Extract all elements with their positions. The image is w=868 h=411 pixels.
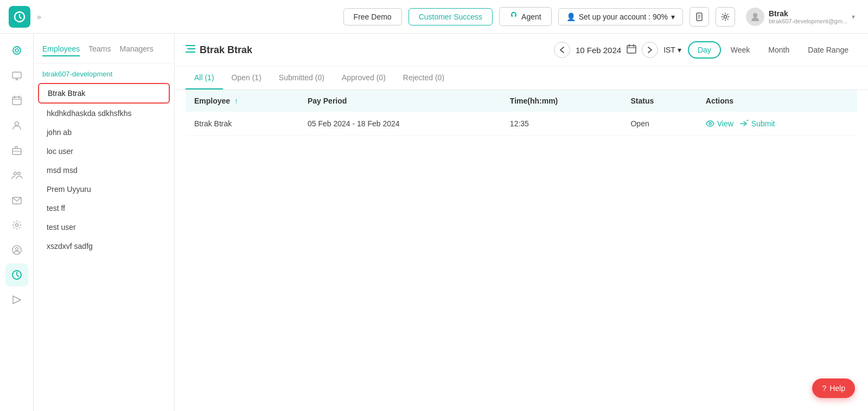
user-email: btrak607-development@gm...	[769, 18, 847, 24]
filter-tab-submitted[interactable]: Submitted (0)	[270, 67, 333, 89]
avatar	[746, 8, 764, 26]
svg-point-16	[15, 122, 18, 126]
icon-sidebar	[0, 34, 34, 411]
sidebar-icon-user-circle[interactable]	[5, 239, 28, 261]
filter-tab-all[interactable]: All (1)	[186, 67, 223, 89]
svg-line-26	[13, 296, 21, 300]
filter-tab-approved[interactable]: Approved (0)	[333, 67, 394, 89]
person-setup-icon: 👤	[566, 12, 576, 21]
user-profile[interactable]: Btrak btrak607-development@gm... ▾	[742, 5, 859, 28]
content-header: Btrak Btrak 10 Feb 2024 IST ▾	[175, 34, 868, 67]
sidebar-icon-clock[interactable]	[5, 264, 28, 286]
employee-item-prem[interactable]: Prem Uyyuru	[38, 180, 170, 198]
svg-point-22	[15, 224, 18, 227]
agent-icon	[509, 11, 518, 22]
current-date: 10 Feb 2024	[576, 46, 621, 55]
user-info: Btrak btrak607-development@gm...	[769, 9, 847, 24]
view-tab-week[interactable]: Week	[722, 42, 759, 57]
agent-label: Agent	[521, 12, 541, 21]
customer-success-button[interactable]: Customer Success	[409, 8, 493, 25]
sidebar-icon-monitor[interactable]	[5, 64, 28, 87]
view-tab-day[interactable]: Day	[688, 41, 721, 59]
tab-managers[interactable]: Managers	[120, 42, 154, 56]
svg-point-8	[15, 49, 18, 52]
submit-action-label: Submit	[751, 119, 775, 128]
sort-icon[interactable]: ↑	[234, 97, 238, 105]
sidebar-icon-send[interactable]	[5, 288, 28, 311]
view-tabs: Day Week Month Date Range	[688, 41, 857, 59]
employee-item-testff[interactable]: test ff	[38, 199, 170, 217]
row-pay-period: 05 Feb 2024 - 18 Feb 2024	[299, 112, 501, 136]
svg-point-20	[17, 172, 20, 175]
employee-sidebar: Employees Teams Managers btrak607-develo…	[34, 34, 175, 411]
sidebar-icon-person[interactable]	[5, 114, 28, 137]
main-content: Btrak Btrak 10 Feb 2024 IST ▾	[175, 34, 868, 411]
menu-lines-icon	[186, 44, 195, 56]
submit-action-button[interactable]: Submit	[740, 119, 775, 128]
row-employee: Btrak Btrak	[186, 112, 299, 136]
svg-line-27	[13, 300, 21, 304]
timezone-selector[interactable]: IST ▾	[663, 46, 681, 54]
employee-item-xszd[interactable]: xszdxvf sadfg	[38, 237, 170, 255]
page-title: Btrak Btrak	[186, 44, 252, 56]
filter-tab-open[interactable]: Open (1)	[223, 67, 270, 89]
employee-item-john[interactable]: john ab	[38, 123, 170, 142]
employee-item-btrak[interactable]: Btrak Btrak	[38, 83, 170, 104]
logo[interactable]	[9, 6, 30, 28]
svg-rect-9	[12, 72, 21, 78]
table-row: Btrak Btrak 05 Feb 2024 - 18 Feb 2024 12…	[186, 112, 857, 136]
user-name: Btrak	[769, 9, 847, 18]
prev-date-button[interactable]	[554, 42, 570, 58]
timezone-text: IST	[663, 46, 675, 54]
svg-point-6	[753, 13, 757, 17]
top-nav: » Free Demo Customer Success Agent 👤 Set…	[0, 0, 868, 34]
svg-rect-32	[627, 46, 636, 53]
row-status: Open	[622, 112, 697, 136]
employee-item-testuser[interactable]: test user	[38, 218, 170, 236]
sidebar-icon-settings[interactable]	[5, 214, 28, 236]
tz-chevron-icon: ▾	[678, 46, 681, 54]
free-demo-button[interactable]: Free Demo	[343, 8, 402, 25]
sidebar-icon-briefcase[interactable]	[5, 139, 28, 162]
employee-item-hkdh[interactable]: hkdhkdhaskda sdkhsfkhs	[38, 104, 170, 123]
employee-item-loc[interactable]: loc user	[38, 142, 170, 160]
svg-point-7	[13, 47, 21, 54]
filter-tab-rejected[interactable]: Rejected (0)	[394, 67, 453, 89]
employee-item-msd[interactable]: msd msd	[38, 161, 170, 179]
next-date-button[interactable]	[642, 42, 658, 58]
tab-teams[interactable]: Teams	[88, 42, 111, 56]
user-chevron-icon: ▾	[852, 13, 855, 21]
calendar-picker-icon[interactable]	[627, 44, 636, 56]
employee-list: Btrak Btrak hkdhkdhaskda sdkhsfkhs john …	[34, 83, 174, 255]
col-status: Status	[622, 90, 697, 112]
table-container: Employee ↑ Pay Period Time(hh:mm) Status…	[175, 90, 868, 411]
sidebar-icon-home[interactable]	[5, 39, 28, 62]
col-actions: Actions	[697, 90, 857, 112]
setup-button[interactable]: 👤 Set up your account : 90% ▾	[558, 8, 683, 25]
col-employee-label: Employee	[194, 97, 230, 105]
timesheets-table: Employee ↑ Pay Period Time(hh:mm) Status…	[186, 90, 857, 136]
gear-icon-btn[interactable]	[716, 7, 735, 27]
tab-employees[interactable]: Employees	[42, 42, 80, 56]
view-tab-month[interactable]: Month	[760, 42, 798, 57]
document-icon-btn[interactable]	[690, 7, 709, 27]
help-button[interactable]: ? Help	[812, 378, 855, 398]
employee-tabs: Employees Teams Managers	[34, 42, 174, 63]
filter-tabs: All (1) Open (1) Submitted (0) Approved …	[175, 67, 868, 90]
nav-expand-icon[interactable]: »	[37, 12, 41, 21]
view-tab-daterange[interactable]: Date Range	[799, 42, 857, 57]
sidebar-icon-team[interactable]	[5, 164, 28, 187]
agent-button[interactable]: Agent	[499, 7, 552, 26]
view-action-label: View	[717, 119, 733, 128]
row-time: 12:35	[501, 112, 622, 136]
page-title-text: Btrak Btrak	[200, 44, 252, 56]
row-actions: View Submit	[697, 112, 857, 136]
org-name: btrak607-development	[34, 63, 174, 82]
view-action-button[interactable]: View	[706, 119, 733, 128]
sidebar-icon-mail[interactable]	[5, 189, 28, 211]
col-time: Time(hh:mm)	[501, 90, 622, 112]
svg-point-36	[709, 123, 711, 125]
col-pay-period: Pay Period	[299, 90, 501, 112]
sidebar-icon-calendar[interactable]	[5, 89, 28, 112]
help-icon: ?	[822, 384, 826, 393]
